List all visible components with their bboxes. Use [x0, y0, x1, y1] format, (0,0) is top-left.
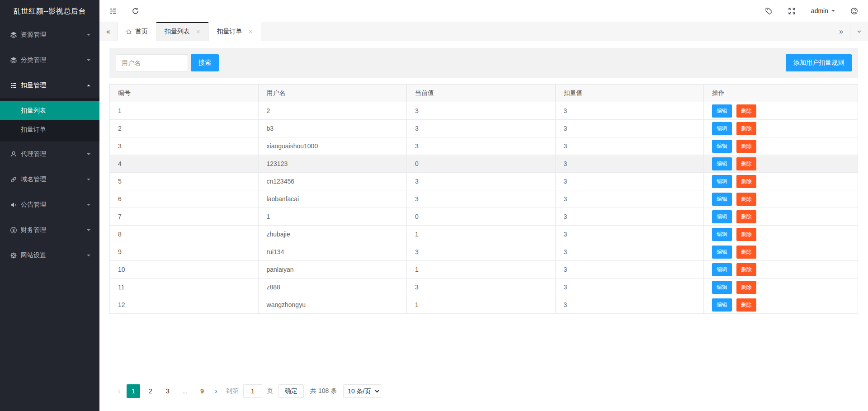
edit-button[interactable]: 编辑: [712, 246, 732, 259]
delete-button[interactable]: 删除: [736, 263, 756, 276]
sidebar-subitem-deduction-orders[interactable]: 扣量订单: [0, 120, 99, 139]
sidebar-item-deduction[interactable]: 扣量管理: [0, 73, 99, 98]
user-menu[interactable]: admin: [811, 7, 835, 14]
delete-button[interactable]: 删除: [736, 210, 756, 223]
fullscreen-button[interactable]: [788, 7, 796, 15]
table-row: 6laobanfacai33编辑删除: [110, 190, 858, 208]
cell-deduct_value: 3: [555, 190, 704, 208]
tabs-menu-button[interactable]: [850, 22, 868, 41]
cell-deduct_value: 3: [555, 208, 704, 226]
delete-button[interactable]: 删除: [736, 298, 756, 312]
delete-button[interactable]: 删除: [736, 140, 756, 153]
cell-actions: 编辑删除: [704, 261, 858, 279]
cell-username: 1: [258, 208, 407, 226]
cell-actions: 编辑删除: [704, 190, 858, 208]
theme-button[interactable]: [850, 7, 858, 15]
cell-username: laobanfacai: [258, 190, 407, 208]
edit-button[interactable]: 编辑: [712, 122, 732, 135]
cell-id: 11: [110, 279, 259, 296]
tabs-scroll-left-button[interactable]: «: [99, 22, 118, 41]
close-icon[interactable]: ×: [196, 28, 200, 35]
add-rule-button[interactable]: 添加用户扣量规则: [786, 54, 852, 71]
edit-button[interactable]: 编辑: [712, 140, 732, 153]
edit-button[interactable]: 编辑: [712, 281, 732, 294]
sidebar-item-label: 扣量管理: [21, 81, 46, 90]
cell-id: 6: [110, 190, 259, 208]
tab-deduction-orders[interactable]: 扣量订单×: [209, 22, 261, 41]
cell-actions: 编辑删除: [704, 155, 858, 173]
delete-button[interactable]: 删除: [736, 228, 756, 241]
tag-button[interactable]: [765, 7, 773, 15]
sidebar-item-finance[interactable]: 财务管理: [0, 217, 99, 243]
search-button[interactable]: 搜索: [191, 54, 219, 71]
delete-button[interactable]: 删除: [736, 104, 756, 118]
collapse-sidebar-button[interactable]: [109, 7, 117, 15]
close-icon[interactable]: ×: [249, 28, 253, 35]
delete-button[interactable]: 删除: [736, 157, 756, 170]
cell-username: 2: [258, 102, 407, 120]
column-header: 当前值: [407, 85, 556, 102]
chevron-down-icon: [87, 229, 90, 233]
page-button[interactable]: 3: [161, 384, 175, 398]
page-button[interactable]: 9: [195, 384, 209, 398]
sidebar-item-site-settings[interactable]: 网站设置: [0, 243, 99, 268]
table-header-row: 编号用户名当前值扣量值操作: [110, 85, 858, 102]
edit-button[interactable]: 编辑: [712, 157, 732, 170]
layers-icon: [10, 31, 17, 38]
sidebar: 乱世红颜--影视总后台 资源管理分类管理扣量管理扣量列表扣量订单代理管理域名管理…: [0, 0, 99, 411]
deduction-table: 编号用户名当前值扣量值操作 1233编辑删除2b333编辑删除3xiaoguai…: [109, 84, 858, 314]
tab-deduction-list[interactable]: 扣量列表×: [156, 22, 209, 41]
tab-home[interactable]: 首页: [118, 22, 156, 41]
tabs-scroll-right-button[interactable]: »: [832, 22, 850, 41]
sidebar-item-label: 代理管理: [21, 150, 46, 158]
sidebar-item-categories[interactable]: 分类管理: [0, 47, 99, 73]
table-row: 9rui13433编辑删除: [110, 243, 858, 261]
cell-current_value: 3: [407, 243, 556, 261]
chevron-down-icon: [87, 179, 90, 182]
delete-button[interactable]: 删除: [736, 193, 756, 206]
table-row: 10panlaiyan13编辑删除: [110, 261, 858, 279]
palette-icon: [850, 7, 858, 15]
page-button[interactable]: 1: [127, 384, 140, 398]
cell-id: 12: [110, 296, 259, 314]
delete-button[interactable]: 删除: [736, 122, 756, 135]
refresh-button[interactable]: [132, 7, 139, 15]
sidebar-subitem-deduction-list[interactable]: 扣量列表: [0, 101, 99, 120]
column-header: 用户名: [258, 85, 407, 102]
search-toolbar: 搜索 添加用户扣量规则: [109, 48, 858, 78]
edit-button[interactable]: 编辑: [712, 298, 732, 312]
sidebar-item-domains[interactable]: 域名管理: [0, 167, 99, 192]
edit-button[interactable]: 编辑: [712, 175, 732, 188]
delete-button[interactable]: 删除: [736, 175, 756, 188]
search-input[interactable]: [116, 54, 188, 71]
edit-button[interactable]: 编辑: [712, 228, 732, 241]
delete-button[interactable]: 删除: [736, 281, 756, 294]
sidebar-item-resources[interactable]: 资源管理: [0, 22, 99, 47]
cell-username: wangzhongyu: [258, 296, 407, 314]
page-button[interactable]: 2: [144, 384, 157, 398]
jump-prefix-label: 到第: [226, 387, 239, 395]
chevron-down-icon: [87, 34, 90, 38]
jump-page-input[interactable]: [243, 384, 262, 398]
cell-id: 7: [110, 208, 259, 226]
table-row: 11z88833编辑删除: [110, 279, 858, 296]
table-row: 12wangzhongyu13编辑删除: [110, 296, 858, 314]
delete-button[interactable]: 删除: [736, 246, 756, 259]
sidebar-item-agents[interactable]: 代理管理: [0, 142, 99, 167]
page-size-select[interactable]: 10 条/页: [343, 384, 381, 398]
prev-page-button[interactable]: ‹: [116, 384, 123, 398]
tag-icon: [765, 7, 773, 15]
next-page-button[interactable]: ›: [212, 384, 220, 398]
edit-button[interactable]: 编辑: [712, 193, 732, 206]
cell-actions: 编辑删除: [704, 208, 858, 226]
edit-button[interactable]: 编辑: [712, 263, 732, 276]
edit-button[interactable]: 编辑: [712, 210, 732, 223]
confirm-jump-button[interactable]: 确定: [278, 384, 304, 398]
cell-id: 10: [110, 261, 259, 279]
cell-deduct_value: 3: [555, 173, 704, 190]
edit-button[interactable]: 编辑: [712, 104, 732, 118]
tabbar-spacer: [261, 22, 832, 41]
content: 搜索 添加用户扣量规则 编号用户名当前值扣量值操作 1233编辑删除2b333编…: [99, 42, 868, 411]
cell-actions: 编辑删除: [704, 173, 858, 190]
sidebar-item-announcements[interactable]: 公告管理: [0, 192, 99, 217]
